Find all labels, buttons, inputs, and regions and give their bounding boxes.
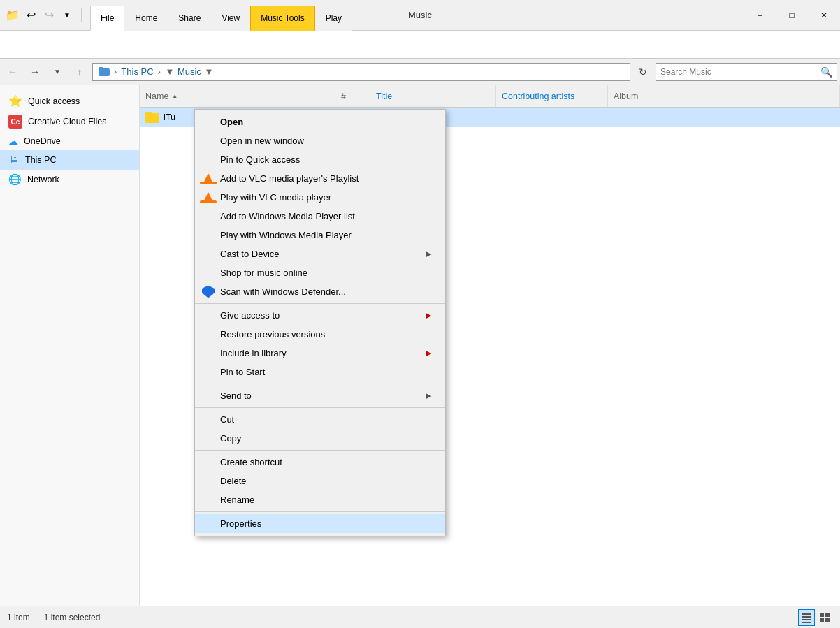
- tab-file[interactable]: File: [90, 6, 124, 31]
- undo-icon[interactable]: ↩: [24, 8, 38, 22]
- ctx-add-vlc-playlist[interactable]: Add to VLC media player's Playlist: [195, 169, 445, 188]
- network-icon: 🌐: [8, 173, 22, 186]
- ctx-properties-label: Properties: [220, 518, 261, 529]
- close-button[interactable]: ✕: [808, 0, 840, 31]
- up-button[interactable]: ↑: [70, 62, 89, 82]
- recent-locations-button[interactable]: ▼: [48, 62, 67, 82]
- breadcrumb-music-arrow[interactable]: ▼: [204, 63, 214, 81]
- ctx-delete[interactable]: Delete: [195, 472, 445, 490]
- ctx-send-to-arrow: ▶: [426, 391, 431, 400]
- forward-button[interactable]: →: [25, 62, 45, 82]
- tiles-view-icon: [819, 612, 830, 623]
- ctx-separator-3: [195, 407, 445, 408]
- col-header-name[interactable]: Name ▲: [140, 85, 335, 107]
- breadcrumb-music[interactable]: Music: [178, 66, 201, 77]
- ctx-delete-label: Delete: [220, 476, 247, 486]
- svg-rect-7: [825, 618, 830, 622]
- addressbar: ← → ▼ ↑ › This PC › ▼ Music ▼ ↻ 🔍: [0, 59, 840, 85]
- search-input[interactable]: [660, 67, 818, 77]
- ctx-pin-start[interactable]: Pin to Start: [195, 363, 445, 381]
- ctx-restore-versions[interactable]: Restore previous versions: [195, 325, 445, 344]
- quick-access-icon: ⭐: [8, 94, 22, 108]
- statusbar-left: 1 item 1 item selected: [7, 613, 100, 622]
- ctx-give-access[interactable]: Give access to ▶: [195, 306, 445, 325]
- svg-rect-2: [802, 619, 811, 620]
- ctx-cast-arrow: ▶: [426, 249, 431, 258]
- ctx-open-label: Open: [220, 117, 243, 127]
- statusbar: 1 item 1 item selected: [0, 606, 840, 628]
- ctx-open-new-window-label: Open in new window: [220, 136, 304, 146]
- address-box[interactable]: › This PC › ▼ Music ▼: [92, 63, 630, 81]
- sidebar: ⭐ Quick access Cc Creative Cloud Files ☁…: [0, 85, 140, 606]
- ctx-open-new-window[interactable]: Open in new window: [195, 131, 445, 150]
- svg-rect-3: [802, 622, 811, 623]
- vlc-cone-icon-2: [201, 190, 216, 205]
- col-header-album[interactable]: Album: [608, 85, 840, 107]
- ctx-shop-music-label: Shop for music online: [220, 268, 307, 278]
- network-label: Network: [27, 175, 59, 184]
- tabs-area: File Home Share View Music Tools Play: [90, 0, 744, 31]
- sidebar-item-quick-access[interactable]: ⭐ Quick access: [0, 91, 139, 111]
- ctx-open[interactable]: Open: [195, 112, 445, 131]
- svg-rect-1: [802, 616, 811, 618]
- onedrive-icon: ☁: [8, 136, 18, 147]
- ctx-play-vlc-label: Play with VLC media player: [220, 192, 331, 203]
- ctx-add-wmp-label: Add to Windows Media Player list: [220, 211, 355, 221]
- ctx-create-shortcut[interactable]: Create shortcut: [195, 453, 445, 472]
- file-explorer-icon: 📁: [6, 8, 20, 22]
- ctx-add-wmp[interactable]: Add to Windows Media Player list: [195, 207, 445, 226]
- sidebar-item-onedrive[interactable]: ☁ OneDrive: [0, 132, 139, 150]
- ctx-cast-device[interactable]: Cast to Device ▶: [195, 244, 445, 263]
- svg-rect-6: [820, 618, 824, 622]
- folder-icon: [145, 112, 159, 123]
- refresh-button[interactable]: ↻: [633, 62, 653, 82]
- tab-home[interactable]: Home: [124, 6, 168, 31]
- dropdown-icon[interactable]: ▼: [60, 8, 74, 22]
- ctx-copy[interactable]: Copy: [195, 429, 445, 448]
- ctx-give-access-arrow: ▶: [426, 311, 431, 320]
- tab-play[interactable]: Play: [315, 6, 352, 31]
- tab-music-tools[interactable]: Music Tools: [250, 6, 314, 31]
- maximize-button[interactable]: □: [776, 0, 808, 31]
- titlebar-icons: 📁 ↩ ↪ ▼: [0, 8, 90, 22]
- ctx-restore-versions-label: Restore previous versions: [220, 329, 325, 339]
- svg-rect-0: [802, 613, 811, 615]
- ctx-rename[interactable]: Rename: [195, 490, 445, 509]
- sidebar-item-network[interactable]: 🌐 Network: [0, 170, 139, 189]
- ctx-properties[interactable]: Properties: [195, 514, 445, 533]
- breadcrumb-sep-2: ›: [158, 66, 161, 77]
- defender-icon: [201, 284, 216, 300]
- ctx-give-access-label: Give access to: [220, 310, 280, 321]
- tab-share[interactable]: Share: [168, 6, 211, 31]
- ctx-cast-device-label: Cast to Device: [220, 249, 280, 259]
- col-header-title[interactable]: Title: [370, 85, 496, 107]
- ctx-play-wmp[interactable]: Play with Windows Media Player: [195, 226, 445, 244]
- vlc-cone-icon-1: [201, 171, 216, 187]
- ctx-cut[interactable]: Cut: [195, 410, 445, 429]
- tab-view[interactable]: View: [211, 6, 250, 31]
- ctx-pin-quick-access[interactable]: Pin to Quick access: [195, 150, 445, 169]
- ribbon: [0, 31, 840, 59]
- col-header-contributing-artists[interactable]: Contributing artists: [496, 85, 608, 107]
- ctx-rename-label: Rename: [220, 495, 254, 505]
- ctx-shop-music[interactable]: Shop for music online: [195, 263, 445, 282]
- ctx-scan-defender[interactable]: Scan with Windows Defender...: [195, 282, 445, 301]
- ctx-play-vlc[interactable]: Play with VLC media player: [195, 188, 445, 207]
- back-button[interactable]: ←: [3, 62, 22, 82]
- ctx-send-to-label: Send to: [220, 390, 252, 401]
- tiles-view-button[interactable]: [816, 609, 833, 626]
- sidebar-item-this-pc[interactable]: 🖥 This PC: [0, 150, 139, 170]
- details-view-button[interactable]: [798, 609, 815, 626]
- ctx-include-library-label: Include in library: [220, 348, 287, 358]
- breadcrumb-arrow[interactable]: ▼: [165, 63, 175, 81]
- titlebar: 📁 ↩ ↪ ▼ File Home Share View Music Tools…: [0, 0, 840, 31]
- ctx-pin-start-label: Pin to Start: [220, 367, 265, 377]
- ctx-send-to[interactable]: Send to ▶: [195, 386, 445, 405]
- minimize-button[interactable]: −: [744, 0, 776, 31]
- search-box[interactable]: 🔍: [656, 63, 837, 81]
- breadcrumb-thispc[interactable]: This PC: [121, 66, 153, 77]
- selected-count: 1 item selected: [44, 613, 101, 622]
- ctx-include-library[interactable]: Include in library ▶: [195, 344, 445, 363]
- sidebar-item-creative-cloud[interactable]: Cc Creative Cloud Files: [0, 111, 139, 132]
- col-header-number[interactable]: #: [335, 85, 370, 107]
